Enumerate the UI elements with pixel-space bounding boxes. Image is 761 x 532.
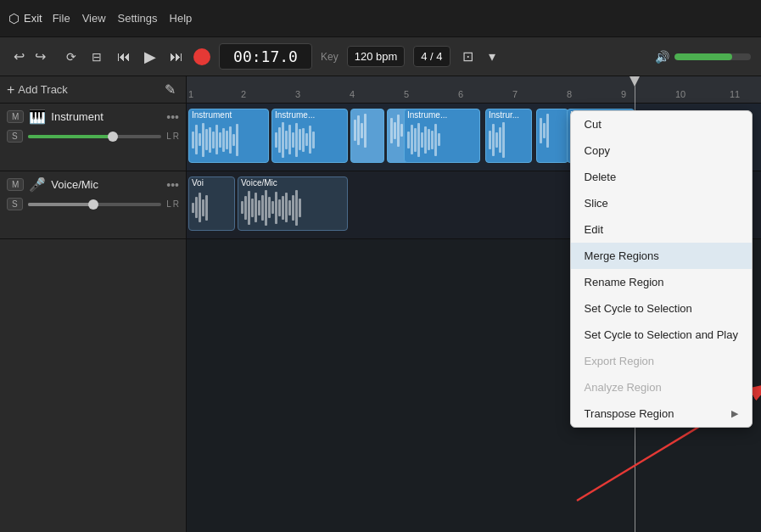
add-track-button[interactable]: + Add Track xyxy=(7,82,68,98)
voice-track-header: M 🎤 Voice/Mic ••• S LR xyxy=(0,171,186,239)
ctx-slice[interactable]: Slice xyxy=(571,190,752,216)
redo-icon: ↪ xyxy=(35,49,46,64)
play-button[interactable]: ▶ xyxy=(141,46,159,68)
instrument-region-6[interactable]: Instrur... xyxy=(485,109,532,163)
instrument-region-7[interactable] xyxy=(536,109,568,163)
ctx-copy[interactable]: Copy xyxy=(571,137,752,164)
bpm-display[interactable]: 120 bpm xyxy=(347,46,406,67)
region-2-label: Instrume... xyxy=(272,109,347,120)
loop-button[interactable]: ⟳ xyxy=(63,48,80,65)
exit-icon: ⬡ xyxy=(8,11,20,26)
rewind-icon: ⏮ xyxy=(117,49,131,64)
ctx-transpose-arrow-icon: ▶ xyxy=(731,408,738,419)
voice-fader[interactable]: S LR xyxy=(7,198,179,210)
ctx-analyze-region: Analyze Region xyxy=(571,374,752,400)
ctx-transpose-region[interactable]: Transpose Region ▶ xyxy=(571,400,752,427)
instrument-more-button[interactable]: ••• xyxy=(166,110,179,124)
ruler-mark-3: 3 xyxy=(295,89,300,99)
ctx-rename-region-label: Rename Region xyxy=(585,276,664,288)
ruler-mark-8: 8 xyxy=(567,89,572,99)
ctx-set-cycle-selection-label: Set Cycle to Selection xyxy=(585,302,692,315)
ctx-delete[interactable]: Delete xyxy=(571,164,752,190)
bars-button[interactable]: ⊟ xyxy=(88,48,105,66)
volume-slider[interactable] xyxy=(674,53,751,60)
ruler-mark-7: 7 xyxy=(512,89,518,99)
ruler-mark-1: 1 xyxy=(188,89,193,99)
forward-button[interactable]: ⏭ xyxy=(166,48,187,66)
region-6-label: Instrur... xyxy=(486,109,531,120)
dropdown-button[interactable]: ▾ xyxy=(485,47,499,66)
instrument-region-1[interactable]: Instrument xyxy=(188,109,269,163)
instrument-region-5[interactable]: Instrume... xyxy=(404,109,480,163)
plus-icon: + xyxy=(7,82,14,98)
rewind-button[interactable]: ⏮ xyxy=(114,48,134,66)
ruler-mark-5: 5 xyxy=(404,89,409,99)
track-headers-panel: + Add Track ✎ M 🎹 Instrument ••• S LR xyxy=(0,76,187,532)
menu-settings[interactable]: Settings xyxy=(118,12,158,25)
ctx-transpose-region-label: Transpose Region xyxy=(585,407,674,420)
exit-button[interactable]: ⬡ Exit xyxy=(8,11,42,26)
ruler-mark-4: 4 xyxy=(350,89,355,99)
instrument-region-3[interactable] xyxy=(350,109,384,163)
midi-button[interactable]: ⊡ xyxy=(459,47,477,66)
voice-track-icon: 🎤 xyxy=(29,176,46,193)
ctx-cut[interactable]: Cut xyxy=(571,111,752,137)
voice-lr-label: LR xyxy=(166,199,179,209)
undo-button[interactable]: ↩ xyxy=(10,47,28,66)
ruler-mark-2: 2 xyxy=(241,89,246,99)
voice-mute-button[interactable]: M xyxy=(7,178,24,191)
voice-region-2-label: Voice/Mic xyxy=(238,177,347,188)
ctx-set-cycle-selection[interactable]: Set Cycle to Selection xyxy=(571,295,752,322)
record-button[interactable] xyxy=(193,48,210,65)
voice-region-1[interactable]: Voi xyxy=(188,176,235,231)
instrument-region-2[interactable]: Instrume... xyxy=(271,109,348,163)
bars-icon: ⊟ xyxy=(92,50,102,64)
voice-fader-track[interactable] xyxy=(28,203,162,206)
time-signature[interactable]: 4 / 4 xyxy=(413,46,450,67)
instrument-track-name: Instrument xyxy=(51,110,161,123)
voice-solo-button[interactable]: S xyxy=(7,198,23,210)
ruler-mark-11: 11 xyxy=(730,89,740,99)
voice-region-2[interactable]: Voice/Mic xyxy=(238,176,348,231)
volume-fill xyxy=(674,53,732,60)
context-menu: Cut Copy Delete Slice Edit Merge Regions… xyxy=(570,110,753,428)
ctx-rename-region[interactable]: Rename Region xyxy=(571,269,752,295)
instrument-track-icon: 🎹 xyxy=(29,109,46,125)
menu-file[interactable]: File xyxy=(53,12,70,25)
ctx-copy-label: Copy xyxy=(585,144,610,157)
exit-label: Exit xyxy=(24,12,42,25)
instrument-lr-label: LR xyxy=(166,132,179,141)
instrument-fader-track[interactable] xyxy=(28,135,162,138)
voice-region-1-label: Voi xyxy=(189,177,234,188)
ctx-set-cycle-selection-play[interactable]: Set Cycle to Selection and Play xyxy=(571,322,752,348)
ctx-merge-regions[interactable]: Merge Regions xyxy=(571,243,752,269)
transport-bar: ↩ ↪ ⟳ ⊟ ⏮ ▶ ⏭ 00:17.0 Key 120 bpm 4 / 4 … xyxy=(0,37,761,76)
bpm-value: 120 bpm xyxy=(355,50,398,63)
key-label: Key xyxy=(321,51,339,63)
volume-icon: 🔊 xyxy=(655,50,669,64)
time-display: 00:17.0 xyxy=(219,43,312,70)
redo-button[interactable]: ↪ xyxy=(31,47,49,66)
pencil-button[interactable]: ✎ xyxy=(161,80,179,99)
ruler-mark-10: 10 xyxy=(675,89,685,99)
menu-view[interactable]: View xyxy=(82,12,106,25)
ctx-merge-regions-label: Merge Regions xyxy=(585,249,659,262)
loop-icon: ⟳ xyxy=(66,50,76,64)
region-1-label: Instrument xyxy=(189,109,268,120)
instrument-fader[interactable]: S LR xyxy=(7,130,179,143)
instrument-solo-button[interactable]: S xyxy=(7,130,23,143)
ctx-set-cycle-selection-play-label: Set Cycle to Selection and Play xyxy=(585,328,738,341)
ctx-delete-label: Delete xyxy=(585,171,617,183)
dropdown-icon: ▾ xyxy=(489,49,495,64)
add-track-bar: + Add Track ✎ xyxy=(0,76,186,104)
instrument-track-header: M 🎹 Instrument ••• S LR xyxy=(0,104,186,171)
ctx-edit-label: Edit xyxy=(585,223,603,236)
forward-icon: ⏭ xyxy=(170,49,183,64)
ctx-export-region-label: Export Region xyxy=(585,355,654,367)
top-menu-bar: ⬡ Exit File View Settings Help xyxy=(0,0,761,37)
ctx-edit[interactable]: Edit xyxy=(571,216,752,243)
menu-help[interactable]: Help xyxy=(170,12,193,25)
ctx-export-region: Export Region xyxy=(571,348,752,374)
instrument-mute-button[interactable]: M xyxy=(7,110,24,123)
voice-more-button[interactable]: ••• xyxy=(166,178,179,192)
